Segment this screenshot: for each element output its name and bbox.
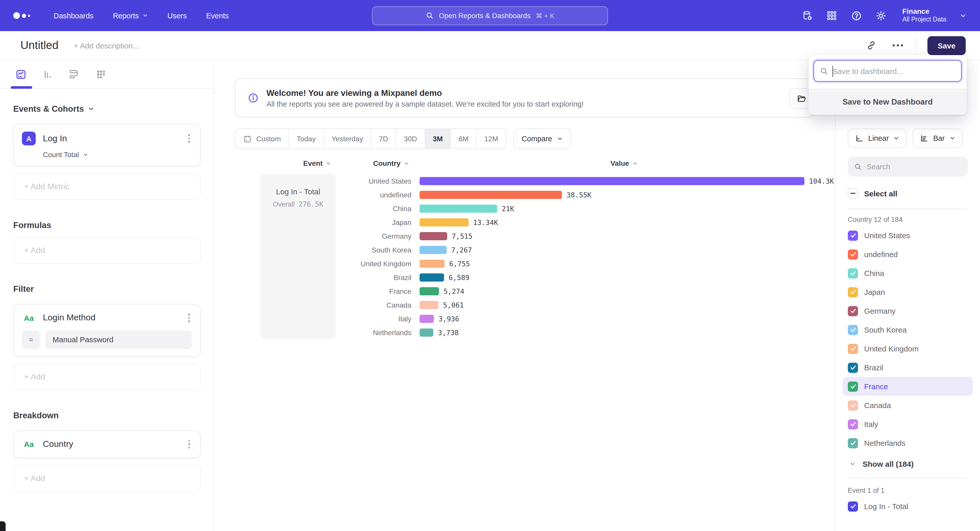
add-description-field[interactable]: + Add description...	[74, 41, 139, 50]
mixpanel-logo-icon[interactable]	[13, 12, 30, 19]
add-formula-button[interactable]: + Add	[13, 237, 200, 264]
column-header-value[interactable]: Value	[611, 159, 638, 167]
country-row[interactable]: Canada	[843, 396, 973, 415]
save-dashboard-input[interactable]	[832, 67, 945, 75]
date-range-option-6m[interactable]: 6M	[450, 129, 476, 149]
nav-item-users[interactable]: Users	[167, 11, 187, 20]
breakdown-property-name[interactable]: Country	[43, 439, 73, 449]
chart-type-button[interactable]: Bar	[913, 128, 963, 148]
date-range-option-today[interactable]: Today	[288, 129, 323, 149]
select-all-row[interactable]: Select all	[848, 185, 968, 201]
save-button[interactable]: Save	[928, 36, 966, 55]
country-row[interactable]: South Korea	[843, 320, 973, 339]
date-range-option-yesterday[interactable]: Yesterday	[323, 129, 371, 149]
bar-segment[interactable]	[420, 204, 497, 212]
date-range-option-custom[interactable]: Custom	[235, 129, 288, 149]
country-row[interactable]: Netherlands	[843, 434, 973, 452]
project-chevron-down-icon[interactable]	[959, 12, 967, 19]
global-search-bar[interactable]: Open Reports & Dashboards ⌘ + K	[372, 6, 608, 25]
bar-segment[interactable]	[420, 177, 804, 185]
event-row[interactable]: Log In - Total	[843, 497, 973, 516]
report-type-tabs	[0, 60, 214, 89]
country-checkbox[interactable]	[848, 268, 858, 278]
date-range-option-12m[interactable]: 12M	[476, 129, 506, 149]
country-row[interactable]: United States	[843, 226, 973, 245]
metric-aggregation-selector[interactable]: Count Total	[43, 151, 192, 159]
save-to-new-dashboard-button[interactable]: Save to New Dashboard	[808, 89, 967, 115]
bar-segment[interactable]	[420, 287, 439, 295]
segment-search-field[interactable]	[848, 157, 968, 176]
copy-link-icon[interactable]	[865, 39, 878, 52]
country-checkbox[interactable]	[848, 249, 858, 259]
metric-event-name[interactable]: Log In	[43, 133, 67, 144]
date-range-option-3m[interactable]: 3M	[425, 129, 450, 149]
add-filter-button[interactable]: + Add	[13, 363, 200, 390]
add-metric-button[interactable]: + Add Metric	[13, 173, 200, 200]
data-management-icon[interactable]	[801, 10, 814, 22]
country-checkbox[interactable]	[848, 400, 858, 411]
tab-retention[interactable]	[95, 60, 107, 88]
column-header-event[interactable]: Event	[303, 159, 331, 167]
tab-insights[interactable]	[15, 60, 27, 88]
nav-item-events[interactable]: Events	[206, 11, 229, 20]
show-all-button[interactable]: Show all (184)	[848, 453, 968, 474]
scale-selector-button[interactable]: Linear	[848, 128, 907, 148]
filter-kebab-menu-icon[interactable]	[186, 312, 192, 324]
country-row[interactable]: Italy	[843, 415, 973, 434]
country-row[interactable]: Brazil	[843, 358, 973, 377]
bar-segment[interactable]	[420, 314, 434, 323]
filter-property-name[interactable]: Login Method	[43, 313, 95, 323]
filter-card-login-method[interactable]: Aa Login Method = Manual Password	[13, 304, 200, 356]
bar-segment[interactable]	[420, 190, 562, 199]
more-options-icon[interactable]	[891, 39, 904, 52]
country-row[interactable]: United Kingdom	[843, 339, 973, 358]
country-row[interactable]: undefined	[843, 245, 973, 264]
filter-value-selector[interactable]: Manual Password	[45, 330, 192, 349]
breakdown-kebab-menu-icon[interactable]	[186, 438, 192, 450]
country-checkbox[interactable]	[848, 306, 858, 316]
bar-segment[interactable]	[420, 301, 438, 309]
bar-segment[interactable]	[420, 273, 444, 281]
country-row[interactable]: Japan	[843, 282, 973, 301]
bar-segment[interactable]	[420, 246, 447, 254]
tab-funnels[interactable]	[42, 60, 53, 88]
country-checkbox[interactable]	[848, 325, 858, 335]
column-header-country[interactable]: Country	[373, 159, 409, 167]
events-cohorts-header[interactable]: Events & Cohorts	[13, 104, 200, 114]
bar-segment[interactable]	[420, 259, 445, 268]
add-breakdown-button[interactable]: + Add	[13, 465, 200, 492]
bar-segment[interactable]	[420, 328, 433, 336]
bar-segment[interactable]	[420, 232, 447, 240]
country-row[interactable]: France	[843, 377, 973, 396]
metric-kebab-menu-icon[interactable]	[186, 132, 192, 145]
metric-card-log-in[interactable]: A Log In Count Total	[13, 124, 200, 166]
country-checkbox[interactable]	[848, 344, 858, 354]
country-checkbox[interactable]	[848, 362, 858, 372]
settings-gear-icon[interactable]	[875, 10, 887, 22]
country-row[interactable]: China	[843, 264, 973, 282]
segment-search-input[interactable]	[867, 163, 953, 171]
report-title[interactable]: Untitled	[21, 39, 59, 52]
country-row[interactable]: Germany	[843, 301, 973, 320]
apps-grid-icon[interactable]	[826, 10, 838, 22]
save-dashboard-search-field[interactable]	[814, 60, 962, 82]
tab-flows[interactable]	[68, 60, 80, 88]
breakdown-card-country[interactable]: Aa Country	[13, 430, 200, 458]
country-checkbox[interactable]	[848, 287, 858, 297]
date-range-option-30d[interactable]: 30D	[396, 129, 425, 149]
event-checkbox[interactable]	[848, 501, 858, 511]
compare-button[interactable]: Compare	[514, 128, 571, 149]
date-range-option-7d[interactable]: 7D	[371, 129, 396, 149]
bar-row: Netherlands3,738	[342, 325, 834, 339]
filter-operator-selector[interactable]: =	[22, 330, 40, 349]
help-icon[interactable]	[850, 10, 862, 22]
nav-item-reports[interactable]: Reports	[113, 11, 148, 20]
country-checkbox[interactable]	[848, 230, 858, 241]
bar-segment[interactable]	[420, 218, 469, 226]
country-checkbox[interactable]	[848, 381, 858, 392]
project-selector[interactable]: Finance All Project Data	[902, 7, 946, 24]
country-checkbox[interactable]	[848, 438, 858, 448]
nav-item-dashboards[interactable]: Dashboards	[54, 11, 94, 20]
country-checkbox[interactable]	[848, 419, 858, 429]
select-all-checkbox[interactable]	[848, 188, 858, 198]
